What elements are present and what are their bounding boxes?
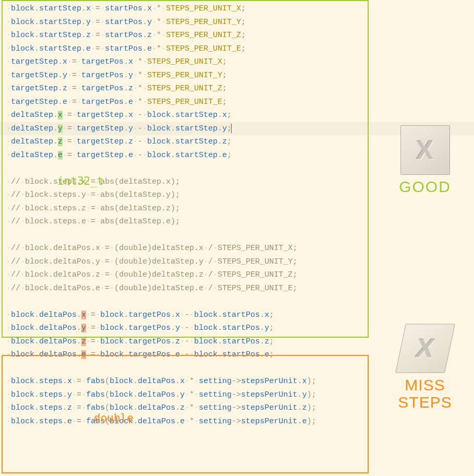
- code-comment-line: ·//·block.deltaPos.z·=·(double)deltaStep…: [0, 268, 474, 282]
- code-line: ·block.startStep.z·=·startPos.z·*·STEPS_…: [0, 29, 474, 42]
- code-line: ·targetStep.z·=·targetPos.z·*·STEPS_PER_…: [0, 82, 474, 96]
- good-result-panel: X GOOD: [383, 125, 467, 196]
- code-line: ·block.deltaPos.x·=·block.targetPos.x·-·…: [0, 308, 474, 322]
- good-label: GOOD: [383, 178, 467, 196]
- code-line: ·block.startStep.x·=·startPos.x·*·STEPS_…: [0, 2, 474, 16]
- code-comment-line: ·//·block.deltaPos.y·=·(double)deltaStep…: [0, 255, 474, 269]
- code-line: ·targetStep.y·=·targetPos.y·*·STEPS_PER_…: [0, 69, 474, 82]
- code-comment-line: ·//·block.deltaPos.x·=·(double)deltaStep…: [0, 242, 474, 255]
- code-line: ·targetStep.x·=·targetPos.x·*·STEPS_PER_…: [0, 55, 474, 69]
- code-line: ·block.startStep.e·=·startPos.e·*·STEPS_…: [0, 42, 474, 56]
- code-line: ·targetStep.e·=·targetPos.e·*·STEPS_PER_…: [0, 96, 474, 109]
- code-comment-line: ·//·block.deltaPos.e·=·(double)deltaStep…: [0, 282, 474, 295]
- code-line: ·block.steps.e·=·fabs(block.deltaPos.e·*…: [0, 415, 474, 429]
- code-comment-line: ·//·block.steps.z·=·abs(deltaStep.z);: [0, 202, 474, 216]
- good-print-photo: X: [400, 125, 450, 175]
- bad-print-photo: X: [395, 324, 455, 373]
- code-comment-line: ·//·block.steps.e·=·abs(deltaStep.e);: [0, 215, 474, 229]
- bad-label: MISSSTEPS: [383, 376, 467, 411]
- bad-result-panel: X MISSSTEPS: [383, 324, 467, 411]
- code-line: ·deltaStep.x·=·targetStep.x·-·block.star…: [0, 109, 474, 122]
- code-line: ·block.startStep.y·=·startPos.y·*·STEPS_…: [0, 16, 474, 29]
